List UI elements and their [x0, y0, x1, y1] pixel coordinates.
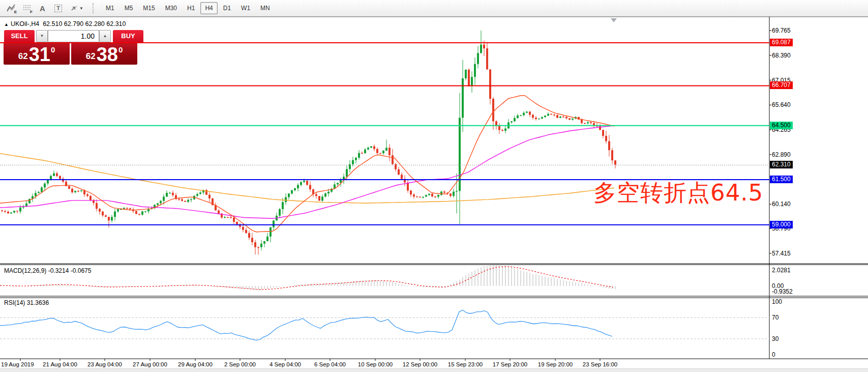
buy-price-prefix: 62 [86, 51, 96, 62]
time-tick-label: 21 Aug 04:00 [43, 361, 77, 367]
timeframe-m30[interactable]: M30 [161, 2, 182, 14]
text-box-icon[interactable]: T [50, 2, 66, 15]
volume-input[interactable] [48, 30, 99, 42]
sell-button[interactable]: SELL [4, 30, 35, 42]
buy-button[interactable]: BUY [113, 30, 143, 42]
text-a-icon[interactable]: A [35, 2, 50, 15]
rsi-label: RSI(14) 31.3636 [4, 299, 49, 306]
time-tick-label: 19 Sep 20:00 [538, 361, 573, 367]
time-tick-label: 29 Aug 04:00 [178, 361, 213, 367]
timeframe-m15[interactable]: M15 [138, 2, 159, 14]
time-tick-label: 23 Aug 04:00 [87, 361, 122, 367]
slow-ma [0, 154, 614, 204]
timeframe-h1[interactable]: H1 [183, 2, 199, 14]
buy-price-panel[interactable]: 62 38 0 [71, 43, 137, 65]
arrows-glyph [70, 5, 78, 12]
macd-signal-line [0, 267, 613, 290]
time-tick-label: 27 Aug 00:00 [133, 361, 167, 367]
letter-t: T [54, 5, 62, 12]
price-level-label: 64.500 [770, 122, 793, 129]
buy-price-big: 38 [97, 46, 118, 63]
rsi-axis-label: 30 [772, 335, 779, 342]
time-tick-label: 17 Sep 20:00 [493, 361, 527, 367]
price-level-label: 66.707 [770, 81, 793, 89]
time-tick-label: 12 Sep 00:00 [403, 361, 437, 367]
time-tick-label: 23 Sep 16:00 [583, 361, 617, 367]
sell-price-panel[interactable]: 62 31 0 [4, 43, 70, 65]
timeframe-m5[interactable]: M5 [120, 2, 138, 14]
time-tick-label: 10 Sep 00:00 [358, 361, 393, 367]
grid-glyph [23, 5, 31, 12]
letter-a: A [40, 4, 45, 13]
rsi-line [0, 310, 612, 340]
macd-axis-max: 2.0281 [772, 267, 791, 274]
quote-line: ▲UKOil-,H4 62.510 62.790 62.280 62.310 [4, 20, 126, 27]
volume-increase-button[interactable]: ▲ [99, 30, 111, 42]
grid-icon[interactable]: F [19, 2, 35, 15]
triangle-down-icon: ▼ [40, 34, 44, 38]
rsi-axis-label: 100 [772, 298, 782, 305]
chart-annotation: 多空转折点64.5 [593, 178, 763, 208]
price-level-label: 69.087 [770, 39, 793, 46]
sell-price-big: 31 [29, 46, 50, 63]
time-tick-label: 4 Sep 04:00 [270, 361, 301, 367]
shift-marker-icon [611, 18, 617, 22]
macd-label: MACD(12,26,9) -0.3214 -0.0675 [4, 267, 91, 274]
timeframe-d1[interactable]: D1 [219, 2, 235, 14]
time-tick-label: 15 Sep 23:00 [448, 361, 483, 367]
icon-sub-f: F [30, 10, 33, 14]
price-tick-label: 68.390 [772, 52, 791, 59]
price-level-label: 59.000 [770, 221, 793, 228]
price-tick-label: 69.765 [772, 27, 791, 34]
time-tick-label: 2 Sep 00:00 [224, 361, 256, 367]
triangle-up-icon: ▲ [103, 34, 107, 38]
time-tick-label: 6 Sep 04:00 [314, 361, 346, 367]
price-level-label: 61.500 [770, 176, 793, 183]
indicators-icon[interactable]: E [3, 2, 19, 15]
price-tick-label: 60.140 [772, 201, 791, 208]
volume-decrease-button[interactable]: ▼ [36, 30, 48, 42]
toolbar: E F A T ▼ M1M5M15M30H1H4D1W1MN [0, 0, 868, 17]
timeframe-group: M1M5M15M30H1H4D1W1MN [101, 2, 275, 14]
price-tick-label: 62.890 [772, 151, 791, 158]
sell-price-sup: 0 [51, 45, 55, 54]
symbol-marker-icon: ▲ [4, 22, 9, 27]
ohlc-values: 62.510 62.790 62.280 62.310 [43, 20, 126, 27]
chevron-down-icon: ▼ [79, 6, 83, 11]
bottom-strip [0, 368, 868, 372]
symbol-name: UKOil-,H4 [11, 20, 39, 27]
timeframe-m1[interactable]: M1 [101, 2, 119, 14]
sell-price-prefix: 62 [18, 51, 28, 62]
mid-ma [0, 126, 614, 218]
timeframe-w1[interactable]: W1 [236, 2, 255, 14]
time-tick-label: 19 Aug 2019 [1, 361, 34, 367]
icon-sub-e: E [14, 10, 17, 14]
rsi-axis-label: 70 [772, 314, 779, 321]
toolbar-grip [93, 3, 97, 13]
fast-ma [0, 96, 614, 232]
rsi-axis-label: 0 [772, 351, 775, 358]
timeframe-mn[interactable]: MN [256, 2, 275, 14]
cursor-mode-icon[interactable]: ▼ [66, 2, 87, 15]
buy-price-sup: 0 [118, 45, 123, 54]
macd-axis-min: -0.9352 [772, 288, 793, 295]
price-tick-label: 57.415 [772, 250, 791, 257]
price-level-label: 62.310 [770, 161, 793, 168]
timeframe-h4[interactable]: H4 [200, 2, 217, 14]
price-tick-label: 65.640 [772, 101, 791, 108]
